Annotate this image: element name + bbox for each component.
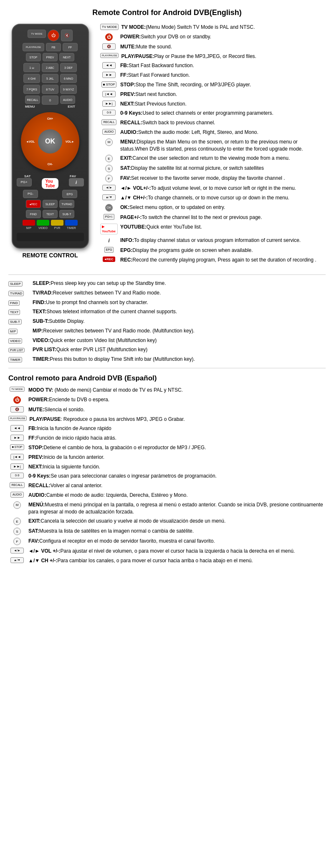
desc-info: i INFO:To display channel status or vari…	[100, 237, 326, 244]
pg-plus-button[interactable]: PG+	[17, 178, 32, 186]
info-button[interactable]: i	[69, 178, 84, 186]
pvr-label: PVR	[51, 226, 63, 229]
exit-desc-text: EXIT:Cancel the user selection and retur…	[120, 155, 290, 162]
desc-fb: ◄◄ FB:Start Fast Backward function.	[100, 62, 326, 69]
yellow-button[interactable]	[51, 220, 63, 226]
nav-circle[interactable]: CH+ CH- ◄VOL VOL► OK	[21, 112, 79, 171]
pvr-item-text: PVR LIST:Quick enter PVR LIST (Multifunc…	[33, 346, 147, 353]
blue-button[interactable]	[65, 220, 78, 226]
num9-button[interactable]: 9 WXYZ	[60, 85, 77, 94]
desc-es-next: ►►| NEXT:Inicia la siguiente función.	[8, 463, 326, 470]
menu-desc-icon: M	[100, 138, 118, 146]
ff-button[interactable]: FF	[63, 43, 78, 51]
exit-desc-icon: E	[100, 155, 118, 162]
desc-play-pause: PLAY/PAUSE PLAY/PAUSE:Play or Pause the …	[100, 53, 326, 60]
stop-button[interactable]: STOP	[26, 53, 41, 61]
sleep-item-text: SLEEP:Press sleep key you can setup up t…	[33, 280, 166, 287]
num5-button[interactable]: 5 JKL	[42, 74, 58, 83]
tv-mode-button[interactable]: TV MODE	[28, 30, 46, 38]
fb-button[interactable]: FB	[46, 43, 61, 51]
desc-es-menu: M MENÚ:Muestra el menú principal en la p…	[8, 501, 326, 516]
play-pause-button[interactable]: PLAY/PAUSE	[23, 43, 44, 51]
sleep-button[interactable]: SLEEP	[43, 200, 58, 208]
es-menu-text: MENÚ:Muestra el menú principal en la pan…	[28, 501, 326, 516]
es-exit-icon: E	[8, 518, 26, 525]
recall-button[interactable]: RECALL	[25, 96, 40, 104]
desc-exit: E EXIT:Cancel the user selection and ret…	[100, 155, 326, 162]
num1-button[interactable]: 1 ω	[23, 63, 40, 72]
ok-button[interactable]: OK	[38, 129, 62, 153]
sub-t-item-text: SUB-T:Subtitle Display.	[33, 318, 84, 325]
desc-es-power: ⏻ POWER:Enciende tu DVB o espera.	[8, 396, 326, 404]
remote-bottom-bar	[17, 233, 84, 241]
desc-es-fav: F FAV:Configura el receptor en el modo d…	[8, 538, 326, 545]
youtube-desc-text: YOUTUBE:Quick enter YouTube list.	[120, 224, 202, 231]
desc-next: ►►| NEXT:Start Previous function.	[100, 101, 326, 108]
red-button[interactable]	[23, 220, 35, 226]
page-title-en: Remote Control for Android DVB(English)	[8, 8, 326, 17]
next-desc-text: NEXT:Start Previous function.	[120, 101, 187, 108]
desc-sat: S SAT:Display the satellite list at norm…	[100, 165, 326, 172]
next-button[interactable]: NEXT	[59, 53, 74, 61]
pg-minus-button[interactable]: PG-	[23, 190, 38, 198]
vol-left-label: ◄VOL	[26, 140, 35, 143]
descriptions-panel-en: TV MODE TV MODE:(Menu Mode) Switch TV Mo…	[100, 24, 326, 266]
epg-button[interactable]: EPG	[62, 190, 77, 198]
info-desc-icon: i	[100, 237, 118, 244]
pvr-item-icon: PVR LIST	[8, 346, 29, 353]
sub-t-button[interactable]: SUB-T	[59, 210, 74, 218]
fav-desc-icon: F	[100, 175, 118, 182]
num2-button[interactable]: 2 ABC	[42, 63, 58, 72]
ff-desc-text: FF:Start Fast Forward function.	[120, 72, 190, 79]
desc-rec: ●REC REC:Record the currently playing pr…	[100, 257, 326, 264]
es-ch-icon: ▲/▼	[8, 557, 26, 563]
num0-button[interactable]: 0	[42, 96, 58, 105]
num3-button[interactable]: 3 DEF	[60, 63, 77, 72]
num4-button[interactable]: 4 GHI	[23, 74, 40, 83]
num7-button[interactable]: 7 PQRS	[23, 85, 40, 94]
desc-es-sat: S SAT:Muestra la lista de satélites en l…	[8, 528, 326, 535]
tv-rad-button[interactable]: TV/RAD	[59, 200, 74, 208]
ok-desc-icon: OK	[100, 204, 118, 211]
green-button[interactable]	[37, 220, 49, 226]
find-button[interactable]: FIND	[26, 210, 41, 218]
text-button[interactable]: TEXT	[43, 210, 58, 218]
mute-button[interactable]: 🔇	[61, 30, 73, 41]
es-stop-text: STOP:Detiene el cambio de hora, la graba…	[28, 444, 206, 451]
num8-button[interactable]: 8 TUV	[42, 85, 58, 94]
es-recall-icon: RECALL	[8, 482, 26, 488]
audio-button[interactable]: AUDIO	[60, 96, 75, 104]
09-desc-text: 0-9 Keys:Used to select channels or ente…	[120, 110, 273, 117]
num6-button[interactable]: 6 MNO	[60, 74, 77, 83]
es-ff-icon: ►►	[8, 435, 26, 441]
youtube-desc-icon: ▶ YouTube	[100, 224, 118, 234]
es-ch-text: ▲/▼ CH +/-:Para cambiar los canales, o p…	[28, 557, 253, 564]
ch-up-label: CH+	[47, 117, 53, 120]
es-mute-icon: 🔇	[8, 406, 26, 413]
es-menu-icon: M	[8, 501, 26, 509]
es-prev-text: PREV:Inicio de la función anterior.	[28, 454, 104, 461]
mp-item-text: M/P:Receiver switches between TV and Rad…	[33, 327, 195, 335]
desc-audio: AUDIO AUDIO:Switch the audio mode: Left,…	[100, 129, 326, 136]
prev-button[interactable]: PREV	[43, 53, 58, 61]
rec-desc-icon: ●REC	[100, 257, 118, 262]
es-play-pause-icon: PLAY/PAUSE	[8, 416, 27, 421]
es-mute-text: MUTE:Silencia el sonido.	[28, 406, 85, 413]
rec-button[interactable]: ●REC	[26, 200, 41, 208]
mp-item: M/P M/P:Receiver switches between TV and…	[8, 327, 326, 335]
desc-page: PG+/- PAGE+/-:To switch the channel list…	[100, 214, 326, 221]
mp-item-icon: M/P	[8, 327, 29, 335]
desc-mute: 🔇 MUTE:Mute the sound.	[100, 43, 326, 50]
es-power-text: POWER:Enciende tu DVB o espera.	[28, 396, 109, 403]
separator-1	[8, 274, 326, 275]
mute-desc-text: MUTE:Mute the sound.	[120, 43, 172, 50]
page-desc-icon: PG+/-	[100, 214, 118, 220]
sat-desc-icon: S	[100, 165, 118, 172]
power-button[interactable]: ⏻	[48, 30, 59, 41]
desc-es-mute: 🔇 MUTE:Silencia el sonido.	[8, 406, 326, 413]
desc-youtube: ▶ YouTube YOUTUBE:Quick enter YouTube li…	[100, 224, 326, 234]
youtube-button[interactable]: YouTube	[42, 178, 58, 189]
desc-0-9: 0-9 0-9 Keys:Used to select channels or …	[100, 110, 326, 117]
power-desc-text: POWER:Switch your DVB on or standby.	[120, 33, 211, 40]
desc-prev: |◄◄ PREV:Start next function.	[100, 91, 326, 98]
